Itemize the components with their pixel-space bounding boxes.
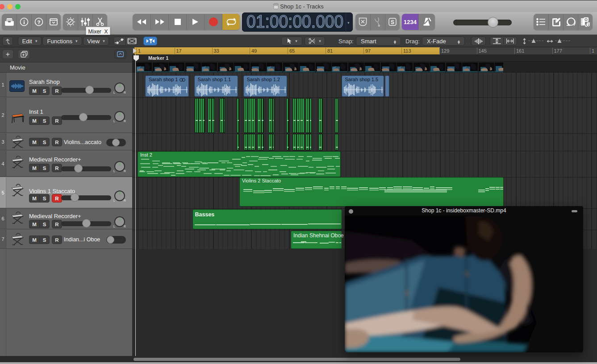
svg-text:i: i	[23, 19, 25, 25]
svg-text:?: ?	[37, 20, 40, 25]
svg-text:S: S	[391, 19, 394, 25]
